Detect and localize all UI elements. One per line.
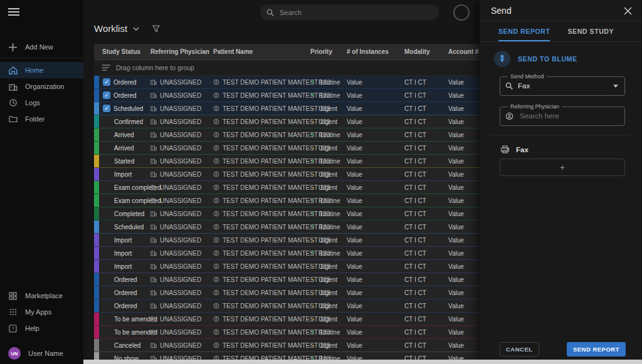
sidebar-item-marketplace[interactable]: Marketplace xyxy=(0,288,83,304)
horizontal-scrollbar[interactable] xyxy=(83,360,642,364)
status-color-strip xyxy=(94,326,99,338)
sidebar-item-label: My Apps xyxy=(25,308,51,316)
column-header-instances[interactable]: # of Instances xyxy=(347,48,404,55)
table-row[interactable]: ✓ Ordered UNASSIGNED TEST DEMO PATIENT M… xyxy=(94,76,480,89)
table-row[interactable]: Exam completed UNASSIGNED TEST DEMO PATI… xyxy=(94,194,480,207)
table-row[interactable]: Started UNASSIGNED TEST DEMO PATIENT MAN… xyxy=(94,155,480,168)
priority-icon: = xyxy=(310,79,315,85)
add-fax-recipient-button[interactable]: + xyxy=(500,159,625,176)
table-row[interactable]: Arrived UNASSIGNED TEST DEMO PATIENT MAN… xyxy=(94,142,480,155)
sidebar-item-folder[interactable]: Folder xyxy=(0,111,83,127)
send-method-select[interactable]: Send Method Fax xyxy=(500,73,625,96)
send-report-button[interactable]: SEND REPORT xyxy=(567,342,626,356)
account-cell: Value xyxy=(448,145,464,152)
building-icon xyxy=(150,211,157,217)
referring-physician-search-input[interactable] xyxy=(518,112,603,120)
sidebar-item-home[interactable]: Home xyxy=(0,62,83,78)
referring-physician-field[interactable]: Referring Physician xyxy=(500,103,625,126)
column-header-priority[interactable]: Priority xyxy=(310,48,347,55)
sidebar-item-my-apps[interactable]: My Apps xyxy=(0,304,83,320)
row-checkbox[interactable]: ✓ xyxy=(103,105,110,112)
person-circle-icon xyxy=(213,132,219,138)
filter-icon[interactable] xyxy=(152,25,160,33)
status-color-strip xyxy=(94,128,99,141)
sidebar-divider xyxy=(0,58,83,58)
table-row[interactable]: Scheduled UNASSIGNED TEST DEMO PATIENT M… xyxy=(94,221,480,234)
building-icon xyxy=(150,105,157,112)
app-window: Add New Home Organization Logs Folder xyxy=(0,0,642,364)
column-header-account[interactable]: Account # xyxy=(448,48,480,55)
referring-physician-cell: UNASSIGNED xyxy=(160,197,201,204)
table-row[interactable]: Exam completed UNASSIGNED TEST DEMO PATI… xyxy=(94,181,480,194)
hamburger-menu-icon[interactable] xyxy=(8,8,19,16)
user-avatar-ring[interactable] xyxy=(453,4,470,21)
group-drop-zone[interactable]: Drag column here to group xyxy=(94,60,480,76)
panel-divider xyxy=(480,41,642,42)
study-status-cell: Arrived xyxy=(114,132,134,138)
priority-cell: Routine xyxy=(318,211,340,217)
tab-send-study[interactable]: SEND STUDY xyxy=(567,28,614,41)
building-icon xyxy=(150,132,157,138)
priority-cell: Routine xyxy=(318,92,340,99)
priority-icon: – xyxy=(310,237,315,243)
status-color-strip xyxy=(94,260,99,273)
user-menu[interactable]: UN User Name xyxy=(0,344,83,363)
priority-icon: = xyxy=(310,92,315,98)
table-row[interactable]: Canceled UNASSIGNED TEST DEMO PATIENT MA… xyxy=(94,339,480,352)
table-row[interactable]: ✓ Scheduled UNASSIGNED TEST DEMO PATIENT… xyxy=(94,102,480,115)
status-color-strip xyxy=(94,115,99,128)
row-checkbox[interactable]: ✓ xyxy=(103,78,110,86)
cancel-button[interactable]: CANCEL xyxy=(500,342,539,356)
search-input[interactable] xyxy=(278,8,433,17)
column-header-study-status[interactable]: Study Status xyxy=(94,48,150,55)
person-circle-icon xyxy=(213,118,219,125)
person-circle-icon xyxy=(213,329,219,335)
close-icon[interactable] xyxy=(624,7,632,15)
study-status-cell: Ordered xyxy=(113,79,137,86)
sidebar-item-organization[interactable]: Organization xyxy=(0,78,83,95)
column-header-referring-physician[interactable]: Referring Physician xyxy=(150,48,213,55)
send-method-label: Send Method xyxy=(508,73,547,80)
sidebar: Add New Home Organization Logs Folder xyxy=(0,0,83,364)
building-icon xyxy=(150,171,157,177)
modality-cell: CT I CT xyxy=(404,303,426,309)
table-row[interactable]: Arrived UNASSIGNED TEST DEMO PATIENT MAN… xyxy=(94,128,480,142)
referring-physician-label: Referring Physician xyxy=(508,103,562,110)
referring-physician-cell: UNASSIGNED xyxy=(160,237,201,244)
send-to-blume-button[interactable]: SEND TO BLUME xyxy=(494,51,642,67)
column-header-modality[interactable]: Modality xyxy=(404,48,448,55)
table-row[interactable]: Ordered UNASSIGNED TEST DEMO PATIENT MAN… xyxy=(94,299,480,313)
sidebar-item-logs[interactable]: Logs xyxy=(0,95,83,111)
status-color-strip xyxy=(94,142,99,154)
building-icon xyxy=(150,118,157,125)
organization-icon xyxy=(8,82,18,91)
row-checkbox[interactable]: ✓ xyxy=(103,91,110,99)
table-row[interactable]: Ordered UNASSIGNED TEST DEMO PATIENT MAN… xyxy=(94,273,480,286)
table-row[interactable]: To be amended UNASSIGNED TEST DEMO PATIE… xyxy=(94,326,480,339)
sidebar-item-help[interactable]: ? Help xyxy=(0,320,83,336)
table-row[interactable]: Import UNASSIGNED TEST DEMO PATIENT MANT… xyxy=(94,168,480,181)
table-row[interactable]: ✓ Ordered UNASSIGNED TEST DEMO PATIENT M… xyxy=(94,89,480,102)
user-name-label: User Name xyxy=(28,350,63,357)
modality-cell: CT I CT xyxy=(404,145,426,152)
global-search[interactable] xyxy=(260,4,439,20)
building-icon xyxy=(150,276,157,283)
table-row[interactable]: Ordered UNASSIGNED TEST DEMO PATIENT MAN… xyxy=(94,286,480,299)
account-cell: Value xyxy=(448,303,464,309)
sidebar-item-label: Folder xyxy=(25,115,45,123)
tab-send-report[interactable]: SEND REPORT xyxy=(498,28,550,41)
add-new-button[interactable]: Add New xyxy=(0,39,83,55)
status-color-strip xyxy=(94,168,99,180)
table-row[interactable]: Import UNASSIGNED TEST DEMO PATIENT MANT… xyxy=(94,234,480,247)
sidebar-item-label: Help xyxy=(25,325,39,332)
column-header-patient-name[interactable]: Patient Name xyxy=(213,48,310,55)
table-row[interactable]: Confirmed UNASSIGNED TEST DEMO PATIENT M… xyxy=(94,115,480,128)
table-row[interactable]: Import UNASSIGNED TEST DEMO PATIENT MANT… xyxy=(94,247,480,260)
table-row[interactable]: Completed UNASSIGNED TEST DEMO PATIENT M… xyxy=(94,207,480,221)
home-icon xyxy=(8,66,18,75)
table-row[interactable]: Import UNASSIGNED TEST DEMO PATIENT MANT… xyxy=(94,260,480,273)
table-row[interactable]: To be amended UNASSIGNED TEST DEMO PATIE… xyxy=(94,313,480,326)
dropdown-caret-icon[interactable] xyxy=(613,85,618,88)
worklist-dropdown-chevron-icon[interactable] xyxy=(133,27,139,31)
referring-physician-cell: UNASSIGNED xyxy=(160,224,201,231)
